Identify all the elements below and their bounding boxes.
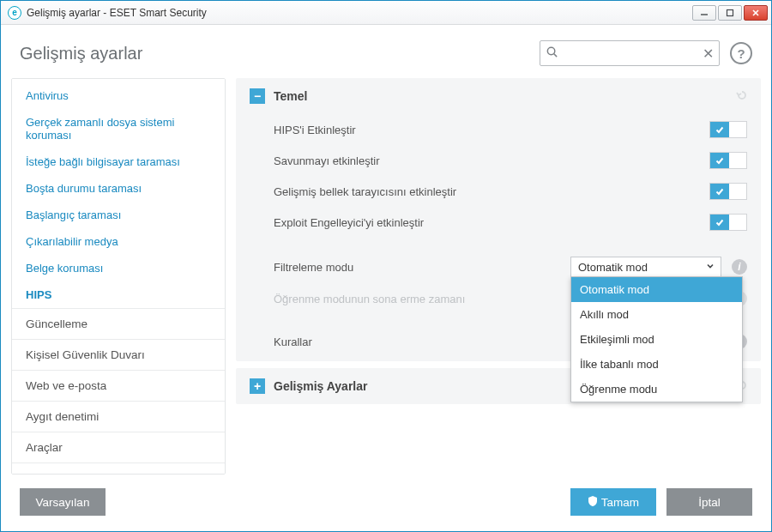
- search-input[interactable]: [540, 40, 720, 66]
- label-filter-mode: Filtreleme modu: [274, 261, 570, 274]
- sidebar-item-firewall[interactable]: Kişisel Güvenlik Duvarı: [12, 340, 225, 371]
- chevron-down-icon: [705, 261, 715, 274]
- sidebar-item-startup[interactable]: Başlangıç taraması: [12, 202, 225, 228]
- footer: Varsayılan Tamam İptal: [1, 475, 771, 531]
- panel-basic-header: − Temel: [250, 88, 747, 104]
- svg-point-4: [547, 47, 554, 54]
- option-interactive-mode[interactable]: Etkileşimli mod: [571, 327, 742, 352]
- body: Antivirus Gerçek zamanlı dosya sistemi k…: [1, 78, 771, 475]
- option-smart-mode[interactable]: Akıllı mod: [571, 302, 742, 327]
- expand-icon[interactable]: +: [250, 378, 265, 394]
- sidebar-item-ui[interactable]: Kullanıcı arabirimi: [12, 463, 225, 475]
- label-enable-selfdefense: Savunmayı etkinleştir: [274, 154, 709, 167]
- sidebar-item-web-email[interactable]: Web ve e-posta: [12, 371, 225, 402]
- toggle-enable-selfdefense[interactable]: [709, 152, 747, 169]
- titlebar: e Gelişmiş ayarlar - ESET Smart Security: [1, 1, 771, 25]
- option-auto-mode[interactable]: Otomatik mod: [571, 277, 742, 302]
- row-enable-memscan: Gelişmiş bellek tarayıcısını etkinleştir: [250, 176, 747, 207]
- dropdown-filter-mode: Otomatik mod Akıllı mod Etkileşimli mod …: [570, 276, 743, 402]
- label-enable-hips: HIPS'i Etkinleştir: [274, 124, 709, 136]
- panel-advanced-title: Gelişmiş Ayarlar: [274, 379, 367, 393]
- row-filter-mode: Filtreleme modu Otomatik mod Otomatik mo…: [250, 250, 747, 284]
- sidebar-item-device-control[interactable]: Aygıt denetimi: [12, 402, 225, 432]
- window-title: Gelişmiş ayarlar - ESET Smart Security: [27, 7, 207, 19]
- ok-button[interactable]: Tamam: [570, 488, 656, 516]
- select-filter-mode-value: Otomatik mod: [578, 261, 705, 274]
- minimize-button[interactable]: [692, 5, 716, 21]
- collapse-icon[interactable]: −: [250, 88, 265, 104]
- ok-button-label: Tamam: [601, 496, 639, 509]
- shield-icon: [588, 495, 598, 510]
- row-enable-hips: HIPS'i Etkinleştir: [250, 114, 747, 145]
- sidebar-item-removable[interactable]: Çıkarılabilir medya: [12, 228, 225, 255]
- sidebar-item-antivirus[interactable]: Antivirus: [12, 82, 225, 109]
- select-filter-mode[interactable]: Otomatik mod Otomatik mod Akıllı mod Etk…: [570, 257, 721, 277]
- row-enable-selfdefense: Savunmayı etkinleştir: [250, 145, 747, 176]
- info-icon[interactable]: i: [732, 259, 747, 275]
- toggle-enable-hips[interactable]: [709, 121, 747, 138]
- page-title: Gelişmiş ayarlar: [20, 44, 142, 63]
- defaults-button[interactable]: Varsayılan: [20, 488, 106, 516]
- clear-search-icon[interactable]: ✕: [703, 45, 714, 62]
- settings-window: e Gelişmiş ayarlar - ESET Smart Security…: [0, 0, 772, 532]
- app-logo-icon: e: [8, 6, 21, 20]
- label-enable-exploit: Exploit Engelleyici'yi etkinleştir: [274, 216, 709, 229]
- maximize-button[interactable]: [718, 5, 742, 21]
- panel-basic-title: Temel: [274, 89, 307, 103]
- label-learning-expiry: Öğrenme modunun sona erme zamanı: [274, 293, 570, 305]
- help-button[interactable]: ?: [730, 42, 752, 64]
- search-box: ✕: [540, 40, 720, 66]
- option-learning-mode[interactable]: Öğrenme modu: [571, 377, 742, 402]
- sidebar-item-idle[interactable]: Boşta durumu taraması: [12, 175, 225, 202]
- sidebar-item-document[interactable]: Belge koruması: [12, 255, 225, 281]
- svg-rect-1: [727, 9, 733, 15]
- option-policy-mode[interactable]: İlke tabanlı mod: [571, 352, 742, 377]
- sidebar-item-update[interactable]: Güncelleme: [12, 309, 225, 340]
- sidebar-item-ondemand[interactable]: İsteğe bağlı bilgisayar taraması: [12, 148, 225, 175]
- content: − Temel HIPS'i Etkinleştir Savunmayı etk…: [236, 78, 761, 475]
- cancel-button[interactable]: İptal: [666, 488, 752, 516]
- toggle-enable-memscan[interactable]: [709, 183, 747, 200]
- sidebar-item-realtime[interactable]: Gerçek zamanlı dosya sistemi koruması: [12, 109, 225, 148]
- revert-icon[interactable]: [735, 88, 749, 105]
- sidebar-item-tools[interactable]: Araçlar: [12, 432, 225, 463]
- search-icon: [546, 45, 558, 61]
- panel-basic: − Temel HIPS'i Etkinleştir Savunmayı etk…: [236, 78, 761, 361]
- sidebar: Antivirus Gerçek zamanlı dosya sistemi k…: [11, 78, 226, 475]
- svg-line-5: [554, 54, 557, 57]
- toggle-enable-exploit[interactable]: [709, 214, 747, 231]
- header: Gelişmiş ayarlar ✕ ?: [1, 25, 771, 78]
- label-enable-memscan: Gelişmiş bellek tarayıcısını etkinleştir: [274, 185, 709, 198]
- sidebar-item-hips[interactable]: HIPS: [12, 281, 225, 308]
- row-enable-exploit: Exploit Engelleyici'yi etkinleştir: [250, 207, 747, 238]
- sidebar-group-antivirus: Antivirus Gerçek zamanlı dosya sistemi k…: [12, 82, 225, 309]
- close-button[interactable]: [744, 5, 768, 21]
